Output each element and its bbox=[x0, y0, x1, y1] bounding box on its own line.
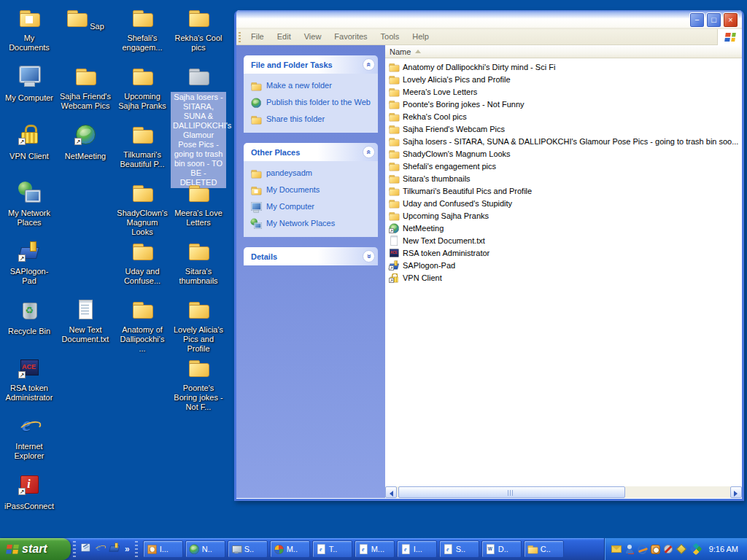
desktop-icon-my-documents[interactable]: My Documents bbox=[1, 6, 57, 53]
taskbar-button-5[interactable]: T.. bbox=[312, 540, 352, 558]
desktop-icon-sap[interactable]: Sap bbox=[58, 6, 113, 32]
tray-conn-icon[interactable] bbox=[638, 545, 647, 554]
scroll-left-button[interactable] bbox=[385, 486, 397, 498]
file-row-rsa-token-administrator[interactable]: RSA token Administrator bbox=[385, 246, 742, 259]
file-row-anatomy-of-dallipockhi-s-dirty-mind-sci-fi[interactable]: Anatomy of Dallipockhi's Dirty mind - Sc… bbox=[385, 61, 742, 73]
minimize-button[interactable]: − bbox=[689, 12, 705, 28]
tray-dialup-icon[interactable] bbox=[664, 545, 673, 553]
desktop-icon-sajha-losers-sitara-suna-dallipokchi-s-glamour-pose-pics-going-to-trash-bin-soon-to-be-deleted[interactable]: Sajha losers - SITARA, SUNA & DALLIPOKCH… bbox=[171, 64, 226, 188]
panel-item-pandeysadm[interactable]: pandeysadm bbox=[250, 168, 374, 179]
file-row-sitara-s-thumbnails[interactable]: Sitara's thumbnails bbox=[385, 172, 742, 184]
file-row-lovely-alicia-s-pics-and-profile[interactable]: Lovely Alicia's Pics and Profile bbox=[385, 73, 742, 85]
file-row-shadyclown-s-magnum-looks[interactable]: ShadyClown's Magnum Looks bbox=[385, 147, 742, 160]
shortcut-arrow-icon bbox=[74, 138, 82, 145]
taskbar-button-8[interactable]: S.. bbox=[439, 540, 479, 558]
desktop-icon-rsa-token-administrator[interactable]: RSA token Administrator bbox=[1, 356, 57, 403]
taskbar-button-7[interactable]: I... bbox=[397, 540, 437, 558]
desktop-icon-shadyclown-s-magnum-looks[interactable]: ShadyClown's Magnum Looks bbox=[115, 181, 170, 238]
menu-help[interactable]: Help bbox=[406, 32, 436, 41]
desktop-icon-label: Sap bbox=[88, 22, 106, 31]
taskbar-button-1[interactable]: I... bbox=[143, 540, 183, 558]
column-header-name[interactable]: Name bbox=[385, 45, 742, 58]
panel-item-make-a-new-folder[interactable]: Make a new folder bbox=[250, 80, 374, 92]
panel-item-my-computer[interactable]: My Computer bbox=[250, 201, 374, 213]
tray-diamond-icon[interactable] bbox=[676, 544, 686, 554]
taskbar-button-10[interactable]: C.. bbox=[524, 540, 564, 558]
desktop-icon-saplogon-pad[interactable]: SAPlogon-Pad bbox=[1, 239, 57, 287]
menu-tools[interactable]: Tools bbox=[374, 32, 406, 41]
taskbar-button-3[interactable]: S.. bbox=[228, 540, 268, 558]
file-row-sajha-friend-s-webcam-pics[interactable]: Sajha Friend's Webcam Pics bbox=[385, 122, 742, 135]
start-button[interactable]: start bbox=[0, 538, 71, 560]
menu-view[interactable]: View bbox=[298, 32, 328, 41]
file-row-saplogon-pad[interactable]: SAPlogon-Pad bbox=[385, 259, 742, 271]
horizontal-scrollbar[interactable] bbox=[385, 486, 742, 498]
desktop-icon-netmeeting[interactable]: NetMeeting bbox=[58, 122, 113, 162]
file-row-vpn-client[interactable]: VPN Client bbox=[385, 271, 742, 284]
file-row-shefali-s-engagement-pics[interactable]: Shefali's engagement pics bbox=[385, 160, 742, 172]
file-row-sajha-losers-sitara-suna-dallipokchi-s-glamour-pose-pics-going-to-trash-bin-soo[interactable]: Sajha losers - SITARA, SUNA & DALLIPOKCH… bbox=[385, 135, 742, 147]
quick-launch-overflow-chevron[interactable]: » bbox=[123, 544, 131, 554]
folder-icon bbox=[388, 198, 400, 209]
chevron-up-icon[interactable]: « bbox=[363, 58, 375, 71]
desktop-icon-ipassconnect[interactable]: iPassConnect bbox=[1, 472, 57, 512]
desktop-icon-my-network-places[interactable]: My Network Places bbox=[1, 181, 57, 228]
panel-section-header-file-and-folder-tasks[interactable]: File and Folder Tasks« bbox=[244, 55, 378, 74]
file-row-tilkumari-s-beautiful-pics-and-profile[interactable]: Tilkumari's Beautiful Pics and Profile bbox=[385, 184, 742, 197]
taskbar-button-9[interactable]: D.. bbox=[481, 540, 522, 558]
desktop-icon-rekha-s-cool-pics[interactable]: Rekha's Cool pics bbox=[171, 6, 226, 53]
file-row-rekha-s-cool-pics[interactable]: Rekha's Cool pics bbox=[385, 110, 742, 122]
tray-user-icon[interactable] bbox=[625, 545, 634, 553]
file-row-upcoming-sajha-pranks[interactable]: Upcoming Sajha Pranks bbox=[385, 209, 742, 222]
tray-clock-icon[interactable] bbox=[651, 545, 660, 554]
panel-item-share-this-folder[interactable]: Share this folder bbox=[250, 114, 374, 125]
desktop-icon-anatomy-of-dallipockhi-s[interactable]: Anatomy of Dallipockhi's ... bbox=[115, 298, 170, 354]
tray-pinwheel-icon[interactable] bbox=[689, 543, 702, 556]
tray-mail-icon[interactable] bbox=[611, 545, 622, 553]
scrollbar-thumb[interactable] bbox=[398, 486, 625, 498]
desktop-icon-new-text-document-txt[interactable]: New Text Document.txt bbox=[58, 298, 113, 345]
desktop-icon-sajha-friend-s-webcam-pics[interactable]: Sajha Friend's Webcam Pics bbox=[58, 64, 113, 112]
desktop-icon-tilkumari-s-beautiful-p[interactable]: Tilkumari's Beautiful P... bbox=[115, 122, 170, 170]
toolbar-grip[interactable] bbox=[239, 32, 241, 42]
file-row-meera-s-love-letters[interactable]: Meera's Love Letters bbox=[385, 85, 742, 98]
desktop-icon-poonte-s-boring-jokes-not-f[interactable]: Poonte's Boring jokes - Not F... bbox=[171, 356, 226, 413]
panel-item-my-network-places[interactable]: My Network Places bbox=[250, 218, 374, 230]
desktop-icon-upcoming-sajha-pranks[interactable]: Upcoming Sajha Pranks bbox=[115, 64, 170, 112]
panel-item-label: My Network Places bbox=[266, 218, 335, 228]
file-row-netmeeting[interactable]: NetMeeting bbox=[385, 222, 742, 234]
file-row-new-text-document-txt[interactable]: New Text Document.txt bbox=[385, 234, 742, 246]
chevron-up-icon[interactable]: « bbox=[363, 146, 375, 158]
desktop-icon-meera-s-love-letters[interactable]: Meera's Love Letters bbox=[171, 181, 226, 228]
menu-edit[interactable]: Edit bbox=[271, 32, 298, 41]
quick-launch-ie-button[interactable] bbox=[94, 542, 106, 556]
desktop-icon-shefali-s-engagem[interactable]: Shefali's engagem... bbox=[115, 6, 170, 53]
file-row-poonte-s-boring-jokes-not-funny[interactable]: Poonte's Boring jokes - Not Funny bbox=[385, 98, 742, 110]
taskbar-button-4[interactable]: M.. bbox=[270, 540, 310, 558]
folder-icon bbox=[74, 64, 97, 88]
desktop-icon-uday-and-confuse[interactable]: Uday and Confuse... bbox=[115, 239, 170, 287]
desktop-icon-recycle-bin[interactable]: Recycle Bin bbox=[1, 298, 57, 337]
scrollbar-track[interactable] bbox=[397, 486, 730, 498]
panel-section-header-other-places[interactable]: Other Places« bbox=[244, 143, 378, 161]
menu-favorites[interactable]: Favorites bbox=[328, 32, 374, 41]
desktop-icon-internet-explorer[interactable]: Internet Explorer bbox=[1, 414, 57, 462]
window-titlebar[interactable]: − □ × bbox=[236, 10, 742, 29]
taskbar-button-6[interactable]: M... bbox=[355, 540, 395, 558]
quick-launch-show-desktop-button[interactable] bbox=[80, 542, 91, 556]
maximize-button[interactable]: □ bbox=[706, 12, 721, 28]
quick-launch-app-button[interactable] bbox=[109, 542, 120, 556]
panel-item-publish-this-folder-to-the-web[interactable]: Publish this folder to the Web bbox=[250, 97, 374, 109]
chevron-down-icon[interactable]: « bbox=[363, 250, 375, 262]
panel-section-header-details[interactable]: Details« bbox=[244, 247, 378, 265]
taskbar-button-2[interactable]: N.. bbox=[185, 540, 225, 558]
scroll-right-button[interactable] bbox=[730, 486, 742, 498]
desktop-icon-vpn-client[interactable]: VPN Client bbox=[1, 122, 57, 162]
desktop-icon-my-computer[interactable]: My Computer bbox=[1, 64, 57, 104]
desktop-icon-sitara-s-thumbnails[interactable]: Sitara's thumbnails bbox=[171, 239, 226, 287]
menu-file[interactable]: File bbox=[244, 32, 271, 41]
file-row-uday-and-confused-s-stupidity[interactable]: Uday and Confused's Stupidity bbox=[385, 197, 742, 209]
desktop-icon-lovely-alicia-s-pics-and-profile[interactable]: Lovely Alicia's Pics and Profile bbox=[171, 298, 226, 354]
panel-item-my-documents[interactable]: My Documents bbox=[250, 184, 374, 196]
close-button[interactable]: × bbox=[723, 12, 738, 28]
